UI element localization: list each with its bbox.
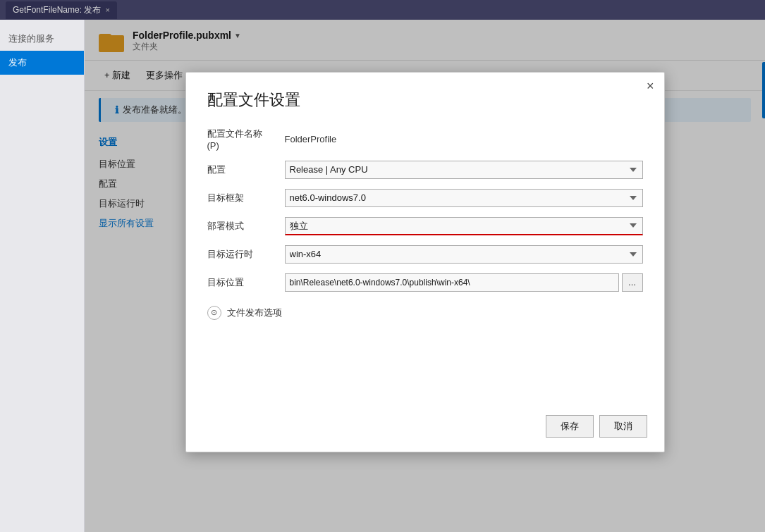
profile-name-row: 配置文件名称(P) FolderProfile bbox=[207, 128, 643, 151]
publish-options-chevron[interactable]: ⊙ bbox=[207, 306, 221, 320]
sidebar: 连接的服务 发布 bbox=[0, 20, 85, 532]
deploy-mode-label: 部署模式 bbox=[207, 220, 271, 233]
deploy-mode-select[interactable]: 独立 依赖框架 bbox=[285, 217, 643, 235]
deploy-mode-row: 部署模式 独立 依赖框架 bbox=[207, 217, 643, 235]
tab-close-icon[interactable]: × bbox=[105, 6, 109, 14]
config-select[interactable]: Release | Any CPU Debug | Any CPU Releas… bbox=[285, 161, 643, 179]
target-runtime-label: 目标运行时 bbox=[207, 248, 271, 261]
dialog-close-button[interactable]: × bbox=[647, 80, 654, 92]
sidebar-item-label: 发布 bbox=[8, 57, 27, 68]
target-location-input-group: ... bbox=[285, 273, 643, 292]
sidebar-item-label: 连接的服务 bbox=[8, 33, 54, 44]
publish-options-label: 文件发布选项 bbox=[227, 307, 282, 319]
dialog-footer: 保存 取消 bbox=[546, 415, 647, 438]
target-location-row: 目标位置 ... bbox=[207, 273, 643, 292]
browse-button[interactable]: ... bbox=[622, 273, 643, 292]
config-label: 配置 bbox=[207, 163, 271, 176]
dialog: × 配置文件设置 配置文件名称(P) FolderProfile 配置 Rele… bbox=[185, 72, 665, 452]
target-location-input[interactable] bbox=[285, 273, 619, 292]
target-framework-label: 目标框架 bbox=[207, 192, 271, 204]
profile-name-value: FolderProfile bbox=[285, 134, 337, 144]
title-tab[interactable]: GetFontFileName: 发布 × bbox=[6, 1, 117, 19]
main-layout: 连接的服务 发布 FolderProfile.pubxml ▼ 文件夹 + 新建 bbox=[0, 20, 765, 532]
publish-options-row: ⊙ 文件发布选项 bbox=[207, 302, 643, 324]
content-area: FolderProfile.pubxml ▼ 文件夹 + 新建 更多操作 ▼ ℹ… bbox=[85, 20, 765, 532]
title-bar: GetFontFileName: 发布 × bbox=[0, 0, 765, 20]
modal-overlay: × 配置文件设置 配置文件名称(P) FolderProfile 配置 Rele… bbox=[85, 20, 765, 532]
target-location-label: 目标位置 bbox=[207, 276, 271, 289]
config-row: 配置 Release | Any CPU Debug | Any CPU Rel… bbox=[207, 161, 643, 179]
dialog-title: 配置文件设置 bbox=[207, 89, 643, 111]
sidebar-item-connected-services[interactable]: 连接的服务 bbox=[0, 27, 84, 51]
profile-name-label: 配置文件名称(P) bbox=[207, 128, 271, 151]
target-framework-select[interactable]: net6.0-windows7.0 net6.0 net5.0 bbox=[285, 189, 643, 207]
target-runtime-select[interactable]: win-x64 win-x86 linux-x64 bbox=[285, 245, 643, 264]
sidebar-item-publish[interactable]: 发布 bbox=[0, 51, 84, 75]
target-framework-row: 目标框架 net6.0-windows7.0 net6.0 net5.0 bbox=[207, 189, 643, 207]
save-button[interactable]: 保存 bbox=[546, 415, 594, 438]
tab-label: GetFontFileName: 发布 bbox=[13, 4, 101, 16]
target-runtime-row: 目标运行时 win-x64 win-x86 linux-x64 bbox=[207, 245, 643, 264]
cancel-button[interactable]: 取消 bbox=[599, 415, 647, 438]
